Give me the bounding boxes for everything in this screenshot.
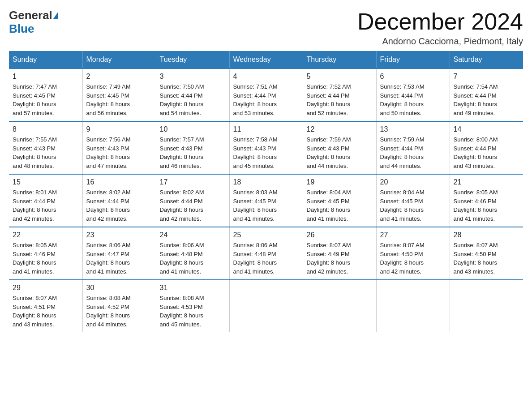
day-cell: 29Sunrise: 8:07 AM Sunset: 4:51 PM Dayli…	[9, 280, 82, 332]
day-cell: 19Sunrise: 8:04 AM Sunset: 4:45 PM Dayli…	[303, 174, 376, 227]
day-info: Sunrise: 7:59 AM Sunset: 4:43 PM Dayligh…	[307, 135, 373, 170]
week-row-3: 15Sunrise: 8:01 AM Sunset: 4:44 PM Dayli…	[9, 174, 523, 227]
week-row-4: 22Sunrise: 8:05 AM Sunset: 4:46 PM Dayli…	[9, 227, 523, 280]
day-cell: 22Sunrise: 8:05 AM Sunset: 4:46 PM Dayli…	[9, 227, 82, 280]
day-number: 26	[307, 231, 373, 239]
logo-triangle-icon	[53, 12, 58, 19]
day-info: Sunrise: 7:58 AM Sunset: 4:43 PM Dayligh…	[233, 135, 299, 170]
day-number: 11	[233, 125, 299, 133]
day-header-thursday: Thursday	[303, 51, 376, 68]
day-cell: 31Sunrise: 8:08 AM Sunset: 4:53 PM Dayli…	[156, 280, 229, 332]
day-number: 24	[160, 231, 226, 239]
day-number: 8	[13, 125, 79, 133]
calendar-header-row: SundayMondayTuesdayWednesdayThursdayFrid…	[9, 51, 523, 68]
day-cell: 2Sunrise: 7:49 AM Sunset: 4:45 PM Daylig…	[82, 68, 156, 121]
day-cell	[376, 280, 450, 332]
day-cell: 17Sunrise: 8:02 AM Sunset: 4:44 PM Dayli…	[156, 174, 229, 227]
day-cell: 12Sunrise: 7:59 AM Sunset: 4:43 PM Dayli…	[303, 121, 376, 174]
day-cell: 18Sunrise: 8:03 AM Sunset: 4:45 PM Dayli…	[229, 174, 303, 227]
day-info: Sunrise: 8:05 AM Sunset: 4:46 PM Dayligh…	[454, 188, 520, 223]
day-number: 20	[380, 178, 446, 186]
day-info: Sunrise: 8:07 AM Sunset: 4:50 PM Dayligh…	[380, 241, 446, 276]
day-info: Sunrise: 7:52 AM Sunset: 4:44 PM Dayligh…	[307, 82, 373, 117]
day-number: 29	[13, 284, 79, 292]
day-cell: 14Sunrise: 8:00 AM Sunset: 4:44 PM Dayli…	[450, 121, 523, 174]
page-header: General Blue December 2024 Andorno Cacci…	[9, 9, 523, 47]
day-number: 3	[160, 73, 226, 81]
location-subtitle: Andorno Cacciorna, Piedmont, Italy	[357, 36, 523, 47]
day-cell: 3Sunrise: 7:50 AM Sunset: 4:44 PM Daylig…	[156, 68, 229, 121]
day-cell: 28Sunrise: 8:07 AM Sunset: 4:50 PM Dayli…	[450, 227, 523, 280]
day-header-monday: Monday	[82, 51, 156, 68]
day-number: 1	[13, 73, 79, 81]
day-info: Sunrise: 8:03 AM Sunset: 4:45 PM Dayligh…	[233, 188, 299, 223]
day-info: Sunrise: 7:59 AM Sunset: 4:44 PM Dayligh…	[380, 135, 446, 170]
day-cell: 30Sunrise: 8:08 AM Sunset: 4:52 PM Dayli…	[82, 280, 156, 332]
day-number: 25	[233, 231, 299, 239]
week-row-5: 29Sunrise: 8:07 AM Sunset: 4:51 PM Dayli…	[9, 280, 523, 332]
day-info: Sunrise: 8:07 AM Sunset: 4:50 PM Dayligh…	[454, 241, 520, 276]
logo-blue: Blue	[9, 22, 34, 36]
logo: General Blue	[9, 9, 58, 36]
day-number: 12	[307, 125, 373, 133]
day-number: 31	[160, 284, 226, 292]
day-number: 22	[13, 231, 79, 239]
day-header-sunday: Sunday	[9, 51, 82, 68]
day-number: 9	[86, 125, 152, 133]
day-cell: 20Sunrise: 8:04 AM Sunset: 4:45 PM Dayli…	[376, 174, 450, 227]
day-cell: 5Sunrise: 7:52 AM Sunset: 4:44 PM Daylig…	[303, 68, 376, 121]
day-info: Sunrise: 7:53 AM Sunset: 4:44 PM Dayligh…	[380, 82, 446, 117]
day-info: Sunrise: 7:56 AM Sunset: 4:43 PM Dayligh…	[86, 135, 152, 170]
logo-general: General	[9, 9, 52, 22]
day-cell: 25Sunrise: 8:06 AM Sunset: 4:48 PM Dayli…	[229, 227, 303, 280]
day-cell: 13Sunrise: 7:59 AM Sunset: 4:44 PM Dayli…	[376, 121, 450, 174]
day-header-tuesday: Tuesday	[156, 51, 229, 68]
day-info: Sunrise: 8:00 AM Sunset: 4:44 PM Dayligh…	[454, 135, 520, 170]
day-info: Sunrise: 8:02 AM Sunset: 4:44 PM Dayligh…	[86, 188, 152, 223]
day-number: 28	[454, 231, 520, 239]
day-number: 6	[380, 73, 446, 81]
day-cell: 10Sunrise: 7:57 AM Sunset: 4:43 PM Dayli…	[156, 121, 229, 174]
day-number: 5	[307, 73, 373, 81]
day-cell: 4Sunrise: 7:51 AM Sunset: 4:44 PM Daylig…	[229, 68, 303, 121]
day-number: 30	[86, 284, 152, 292]
day-info: Sunrise: 7:51 AM Sunset: 4:44 PM Dayligh…	[233, 82, 299, 117]
day-info: Sunrise: 8:04 AM Sunset: 4:45 PM Dayligh…	[380, 188, 446, 223]
day-info: Sunrise: 7:49 AM Sunset: 4:45 PM Dayligh…	[86, 82, 152, 117]
day-info: Sunrise: 7:55 AM Sunset: 4:43 PM Dayligh…	[13, 135, 79, 170]
day-info: Sunrise: 8:06 AM Sunset: 4:48 PM Dayligh…	[233, 241, 299, 276]
day-info: Sunrise: 8:02 AM Sunset: 4:44 PM Dayligh…	[160, 188, 226, 223]
day-info: Sunrise: 8:08 AM Sunset: 4:52 PM Dayligh…	[86, 294, 152, 329]
day-cell	[229, 280, 303, 332]
day-cell: 23Sunrise: 8:06 AM Sunset: 4:47 PM Dayli…	[82, 227, 156, 280]
day-number: 19	[307, 178, 373, 186]
day-cell: 11Sunrise: 7:58 AM Sunset: 4:43 PM Dayli…	[229, 121, 303, 174]
title-area: December 2024 Andorno Cacciorna, Piedmon…	[357, 9, 523, 47]
day-info: Sunrise: 7:50 AM Sunset: 4:44 PM Dayligh…	[160, 82, 226, 117]
day-cell: 8Sunrise: 7:55 AM Sunset: 4:43 PM Daylig…	[9, 121, 82, 174]
calendar-table: SundayMondayTuesdayWednesdayThursdayFrid…	[9, 51, 523, 332]
day-info: Sunrise: 8:05 AM Sunset: 4:46 PM Dayligh…	[13, 241, 79, 276]
day-number: 17	[160, 178, 226, 186]
day-number: 23	[86, 231, 152, 239]
day-info: Sunrise: 8:07 AM Sunset: 4:49 PM Dayligh…	[307, 241, 373, 276]
day-cell: 6Sunrise: 7:53 AM Sunset: 4:44 PM Daylig…	[376, 68, 450, 121]
day-number: 7	[454, 73, 520, 81]
day-number: 16	[86, 178, 152, 186]
day-info: Sunrise: 8:06 AM Sunset: 4:48 PM Dayligh…	[160, 241, 226, 276]
day-cell: 7Sunrise: 7:54 AM Sunset: 4:44 PM Daylig…	[450, 68, 523, 121]
day-number: 15	[13, 178, 79, 186]
day-info: Sunrise: 8:07 AM Sunset: 4:51 PM Dayligh…	[13, 294, 79, 329]
day-number: 2	[86, 73, 152, 81]
day-info: Sunrise: 8:04 AM Sunset: 4:45 PM Dayligh…	[307, 188, 373, 223]
day-cell: 16Sunrise: 8:02 AM Sunset: 4:44 PM Dayli…	[82, 174, 156, 227]
day-info: Sunrise: 7:57 AM Sunset: 4:43 PM Dayligh…	[160, 135, 226, 170]
day-info: Sunrise: 8:08 AM Sunset: 4:53 PM Dayligh…	[160, 294, 226, 329]
day-header-wednesday: Wednesday	[229, 51, 303, 68]
day-header-friday: Friday	[376, 51, 450, 68]
day-number: 14	[454, 125, 520, 133]
day-cell: 1Sunrise: 7:47 AM Sunset: 4:45 PM Daylig…	[9, 68, 82, 121]
week-row-2: 8Sunrise: 7:55 AM Sunset: 4:43 PM Daylig…	[9, 121, 523, 174]
month-title: December 2024	[357, 9, 523, 34]
day-header-saturday: Saturday	[450, 51, 523, 68]
